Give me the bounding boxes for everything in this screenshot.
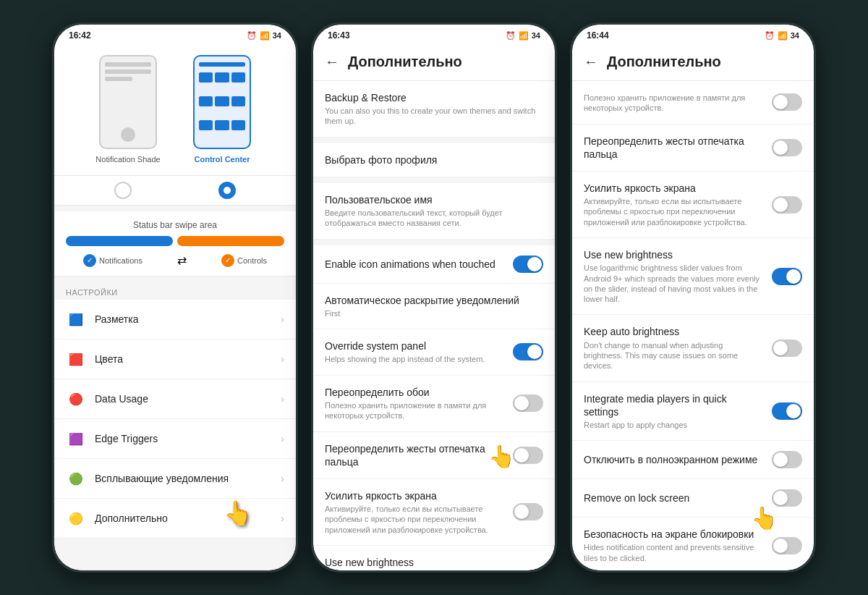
partial-top-text: Полезно хранить приложение в памяти для …: [584, 91, 763, 114]
controls-label: Controls: [237, 256, 267, 265]
toggle-override-gestures[interactable]: [513, 447, 543, 464]
remove-lock-text: Remove on lock screen: [584, 491, 763, 505]
datausage-icon: 🔴: [66, 389, 86, 409]
back-arrow-2[interactable]: ←: [325, 54, 339, 70]
auto-expand-title: Автоматическое раскрытие уведомлений: [325, 294, 543, 307]
setting-p3-brightness[interactable]: Усилить яркость экрана Активируйте, толь…: [572, 172, 814, 238]
setting-remove-lock[interactable]: Remove on lock screen: [572, 479, 814, 518]
setting-auto-expand[interactable]: Автоматическое раскрытие уведомлений Fir…: [313, 284, 555, 329]
control-center-preview: [193, 55, 251, 149]
control-grid: [199, 72, 245, 142]
time-2: 16:43: [328, 30, 350, 41]
toggle-p3-gestures[interactable]: [772, 139, 802, 156]
setting-fullscreen[interactable]: Отключить в полноэкранном режиме: [572, 441, 814, 479]
setting-brightness-boost[interactable]: Усилить яркость экрана Активируйте, толь…: [313, 479, 555, 546]
status-bar-3: 16:44 ⏰ 📶 34: [572, 25, 814, 43]
keep-auto-subtitle: Don't change to manual when adjusting br…: [584, 340, 763, 371]
phone3-settings-list: Полезно хранить приложение в памяти для …: [572, 81, 814, 570]
override-wallpaper-text: Переопределить обои Полезно хранить прил…: [325, 386, 504, 421]
override-gestures-text: Переопределить жесты отпечатка пальца: [325, 442, 504, 468]
settings-item-razmetka[interactable]: 🟦 Разметка ›: [54, 300, 296, 339]
media-players-title: Integrate media players in quick setting…: [584, 392, 763, 418]
p3-new-brightness-text: Use new brightness Use logarithmic brigh…: [584, 248, 763, 304]
setting-override-wallpaper[interactable]: Переопределить обои Полезно хранить прил…: [313, 376, 555, 432]
icon-anim-text: Enable icon animations when touched: [325, 258, 504, 271]
remove-lock-title: Remove on lock screen: [584, 491, 763, 505]
setting-override-gestures[interactable]: Переопределить жесты отпечатка пальца: [313, 432, 555, 479]
toggle-security[interactable]: [772, 537, 802, 554]
setting-username[interactable]: Пользовательское имя Введите пользовател…: [313, 183, 555, 240]
toggle-remove-lock[interactable]: [772, 489, 802, 507]
setting-photo[interactable]: Выбрать фото профиля: [313, 143, 555, 177]
toggle-brightness-boost[interactable]: [513, 503, 543, 520]
notification-shade-label: Notification Shade: [95, 155, 160, 164]
security-text: Безопасность на экране блокировки Hides …: [584, 528, 763, 563]
time-3: 16:44: [587, 30, 609, 41]
toggle-keep-auto[interactable]: [772, 339, 802, 357]
swipe-bar-orange: [177, 236, 284, 246]
override-panel-text: Override system panel Helps showing the …: [325, 339, 504, 364]
toggle-override-wallpaper[interactable]: [513, 394, 543, 412]
razmetka-label: Разметка: [95, 313, 272, 325]
backup-text: Backup & Restore You can also you this t…: [325, 91, 543, 127]
battery-2: 34: [532, 31, 540, 40]
swipe-bar-blue: [66, 236, 173, 246]
toggle-p3-new-brightness[interactable]: [772, 268, 802, 285]
setting-p3-new-brightness[interactable]: Use new brightness Use logarithmic brigh…: [572, 238, 814, 315]
toggle-p3-brightness[interactable]: [772, 196, 802, 214]
setting-icon-anim[interactable]: Enable icon animations when touched: [313, 245, 555, 284]
toggle-media-players[interactable]: [772, 402, 802, 420]
chevron-cveta: ›: [281, 353, 284, 365]
override-panel-subtitle: Helps showing the app instead of the sys…: [325, 354, 504, 364]
swipe-area-section: Status bar swipe area ✓ Notifications ⇄ …: [54, 211, 296, 277]
dop-icon: 🟡: [66, 508, 86, 528]
settings-header: НАСТРОЙКИ: [54, 282, 296, 300]
status-bar-2: 16:43 ⏰ 📶 34: [313, 25, 555, 43]
razmetka-icon: 🟦: [66, 309, 86, 329]
setting-override-panel[interactable]: Override system panel Helps showing the …: [313, 329, 555, 375]
auto-expand-text: Автоматическое раскрытие уведомлений Fir…: [325, 294, 543, 318]
control-center-card[interactable]: Control Center: [182, 55, 262, 164]
new-brightness-title: Use new brightness: [325, 556, 504, 569]
alarm-icon: ⏰: [247, 31, 257, 41]
p3-new-brightness-subtitle: Use logarithmic brightness slider values…: [584, 263, 763, 304]
toggle-partial-top[interactable]: [772, 93, 802, 111]
phone-2: 16:43 ⏰ 📶 34 ← Дополнительно Backup & Re…: [311, 22, 557, 573]
edge-label: Edge Triggers: [95, 433, 272, 444]
p3-gestures-title: Переопределить жесты отпечатка пальца: [584, 135, 763, 161]
toggle-icon-anim[interactable]: [513, 256, 543, 273]
notification-shade-card[interactable]: Notification Shade: [88, 55, 168, 164]
settings-item-edge[interactable]: 🟪 Edge Triggers ›: [54, 419, 296, 459]
settings-item-popup[interactable]: 🟢 Всплывающие уведомления ›: [54, 459, 296, 499]
radio-notification-shade[interactable]: [114, 182, 132, 199]
setting-security[interactable]: Безопасность на экране блокировки Hides …: [572, 518, 814, 570]
partial-top-subtitle: Полезно хранить приложение в памяти для …: [584, 93, 763, 114]
phone-1: 16:42 ⏰ 📶 34: [52, 22, 298, 573]
toggle-fullscreen[interactable]: [772, 451, 802, 468]
override-wallpaper-title: Переопределить обои: [325, 386, 504, 399]
toggle-override-panel[interactable]: [513, 343, 543, 360]
radio-control-center[interactable]: [218, 182, 236, 199]
phone2-title: Дополнительно: [348, 54, 462, 70]
icon-anim-title: Enable icon animations when touched: [325, 258, 504, 271]
swipe-labels: ✓ Notifications ⇄ ✓ Controls: [66, 253, 284, 267]
chevron-dop: ›: [281, 512, 284, 524]
setting-keep-auto[interactable]: Keep auto brightness Don't change to man…: [572, 315, 814, 381]
setting-backup[interactable]: Backup & Restore You can also you this t…: [313, 81, 555, 138]
settings-item-dop[interactable]: 🟡 Дополнительно ›: [54, 499, 296, 539]
phone3-header: ← Дополнительно: [572, 43, 814, 81]
status-bar-1: 16:42 ⏰ 📶 34: [54, 25, 296, 43]
photo-title: Выбрать фото профиля: [325, 153, 543, 166]
username-subtitle: Введите пользовательский текст, который …: [325, 208, 543, 229]
setting-media-players[interactable]: Integrate media players in quick setting…: [572, 382, 814, 442]
status-icons-1: ⏰ 📶 34: [247, 31, 281, 41]
settings-item-cveta[interactable]: 🟥 Цвета ›: [54, 339, 296, 379]
setting-new-brightness[interactable]: Use new brightness Use logarithmic brigh…: [313, 546, 555, 570]
setting-p3-gestures[interactable]: Переопределить жесты отпечатка пальца: [572, 125, 814, 172]
p3-gestures-text: Переопределить жесты отпечатка пальца: [584, 135, 763, 161]
back-arrow-3[interactable]: ←: [584, 54, 598, 70]
settings-item-datausage[interactable]: 🔴 Data Usage ›: [54, 379, 296, 419]
signal-icon: 📶: [260, 31, 270, 41]
brightness-boost-text: Усилить яркость экрана Активируйте, толь…: [325, 489, 504, 535]
p3-brightness-title: Усилить яркость экрана: [584, 182, 763, 195]
